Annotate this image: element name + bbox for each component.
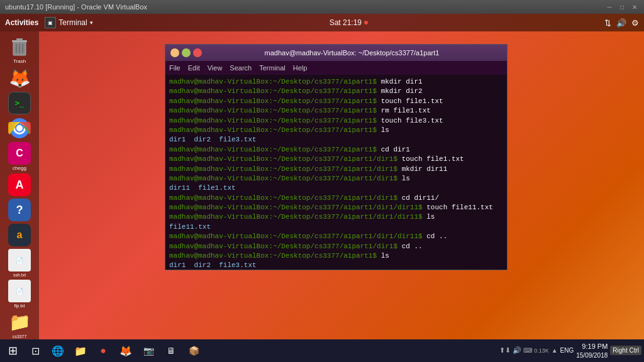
terminal-panel-icon: ▣ [45, 17, 56, 28]
launcher-item-help[interactable]: ? [3, 199, 36, 221]
taskbar-up-arrow[interactable]: ▲ [552, 347, 558, 354]
launcher: Trash 🦊 >_ [0, 31, 39, 352]
term-line-19: madhav@madhav-VirtualBox:~/Desktop/cs337… [169, 251, 503, 261]
vbox-maximize[interactable]: □ [618, 3, 626, 11]
taskbar-cam[interactable]: 📷 [138, 341, 158, 361]
launcher-item-appcenter[interactable]: A [3, 173, 36, 196]
sys-tray: ⬆⬇ 🔊 ⌨ 0.13K [499, 346, 549, 354]
help-icon: ? [8, 199, 31, 221]
ftp-icon: 📄 [8, 280, 31, 302]
firefox-icon: 🦊 [8, 67, 31, 89]
term-line-9: madhav@madhav-VirtualBox:~/Desktop/cs337… [169, 155, 503, 164]
taskbar-pkg[interactable]: 📦 [184, 341, 204, 361]
launcher-item-cs3377[interactable]: 📁 cs3377 [3, 310, 36, 339]
sys-network-label: 0.13K [534, 348, 549, 354]
terminal-panel-label: Terminal [58, 18, 87, 27]
term-line-20-out: dir1 dir2 file3.txt [169, 261, 503, 270]
launcher-item-chegg[interactable]: C chegg [3, 142, 36, 171]
term-line-3: madhav@madhav-VirtualBox:~/Desktop/cs337… [169, 97, 503, 106]
taskbar-date: 15/09/2018 [576, 351, 608, 359]
vbox-close[interactable]: ✕ [630, 3, 639, 11]
term-line-6: madhav@madhav-VirtualBox:~/Desktop/cs337… [169, 126, 503, 135]
menu-help[interactable]: Help [293, 64, 308, 72]
taskbar-monitor[interactable]: 🖥 [161, 341, 181, 361]
taskbar-right: ⬆⬇ 🔊 ⌨ 0.13K ▲ ENG 9:19 PM 15/09/2018 Ri… [499, 342, 644, 359]
launcher-item-trash[interactable]: Trash [3, 35, 36, 64]
term-line-1: madhav@madhav-VirtualBox:~/Desktop/cs337… [169, 77, 503, 87]
menu-terminal[interactable]: Terminal [259, 64, 286, 72]
term-line-15: madhav@madhav-VirtualBox:~/Desktop/cs337… [169, 212, 503, 222]
term-line-12-out: dir11 file1.txt [169, 184, 503, 193]
launcher-item-amazon[interactable]: a [3, 224, 36, 246]
taskbar-red[interactable]: ● [93, 341, 113, 361]
settings-icon[interactable]: ⚙ [631, 18, 639, 28]
menu-view[interactable]: View [208, 64, 223, 72]
taskbar-cortana[interactable]: ⊡ [25, 341, 45, 361]
network-icon[interactable]: ⇅ [604, 18, 611, 28]
term-line-2: madhav@madhav-VirtualBox:~/Desktop/cs337… [169, 87, 503, 96]
clock-dot [364, 21, 368, 25]
keyboard-layout[interactable]: ENG [560, 347, 574, 354]
volume-icon[interactable]: 🔊 [616, 18, 626, 28]
vbox-minimize[interactable]: ─ [605, 3, 614, 11]
terminal-titlebar[interactable]: madhav@madhav-VirtualBox: ~/Desktop/cs33… [165, 45, 507, 61]
menu-file[interactable]: File [169, 64, 180, 72]
svg-rect-2 [16, 38, 23, 41]
terminal-dropdown-arrow[interactable]: ▾ [90, 19, 93, 26]
term-line-11: madhav@madhav-VirtualBox:~/Desktop/cs337… [169, 174, 503, 184]
activities-button[interactable]: Activities [5, 18, 38, 27]
cs3377-label: cs3377 [13, 334, 27, 339]
terminal-body[interactable]: madhav@madhav-VirtualBox:~/Desktop/cs337… [165, 75, 507, 270]
right-ctrl-label: Right Ctrl [610, 346, 641, 355]
menu-edit[interactable]: Edit [188, 64, 200, 72]
launcher-item-ftp[interactable]: 📄 ftp.txt [3, 280, 36, 308]
term-line-14: madhav@madhav-VirtualBox:~/Desktop/cs337… [169, 203, 503, 212]
term-line-13: madhav@madhav-VirtualBox:~/Desktop/cs337… [169, 194, 503, 203]
trash-label: Trash [13, 59, 26, 64]
ftp-label: ftp.txt [14, 304, 25, 308]
chegg-label: chegg [13, 166, 26, 171]
term-line-4: madhav@madhav-VirtualBox:~/Desktop/cs337… [169, 106, 503, 116]
launcher-item-ssh[interactable]: 📄 ssh.txt [3, 249, 36, 277]
taskbar-firefox-task[interactable]: 🦊 [116, 341, 136, 361]
ssh-label: ssh.txt [13, 273, 26, 277]
taskbar-clock[interactable]: 9:19 PM 15/09/2018 [576, 342, 608, 359]
terminal-window: madhav@madhav-VirtualBox: ~/Desktop/cs33… [165, 44, 508, 270]
sys-icon-network[interactable]: ⬆⬇ [499, 346, 511, 354]
terminal-wm-controls[interactable] [170, 48, 202, 57]
term-line-8: madhav@madhav-VirtualBox:~/Desktop/cs337… [169, 145, 503, 155]
terminal-indicator[interactable]: ▣ Terminal ▾ [45, 17, 92, 28]
term-line-10: madhav@madhav-VirtualBox:~/Desktop/cs337… [169, 165, 503, 174]
amazon-icon: a [8, 224, 31, 246]
sys-icon-volume[interactable]: 🔊 [513, 346, 521, 354]
term-line-5: madhav@madhav-VirtualBox:~/Desktop/cs337… [169, 116, 503, 126]
taskbar-ie[interactable]: 🌐 [48, 341, 68, 361]
launcher-item-firefox[interactable]: 🦊 [3, 67, 36, 89]
clock-text: Sat 21:19 [330, 18, 362, 27]
vbox-title: ubuntu17.10 [Running] - Oracle VM Virtua… [5, 3, 147, 11]
panel-clock[interactable]: Sat 21:19 [330, 18, 368, 27]
menu-search[interactable]: Search [230, 64, 252, 72]
chromium-icon [8, 117, 31, 140]
term-line-16-out: file11.txt [169, 222, 503, 232]
launcher-item-chromium[interactable] [3, 117, 36, 140]
launcher-item-terminal[interactable]: >_ [3, 92, 36, 114]
taskbar-start[interactable]: ⊞ [3, 341, 23, 361]
term-line-7-out: dir1 dir2 file3.txt [169, 135, 503, 145]
taskbar-explorer[interactable]: 📁 [70, 341, 91, 361]
taskbar-left: ⊞ ⊡ 🌐 📁 ● 🦊 📷 🖥 📦 [0, 341, 204, 361]
desktop: ubuntu17.10 [Running] - Oracle VM Virtua… [0, 0, 644, 362]
terminal-minimize-btn[interactable] [170, 48, 179, 57]
terminal-close-btn[interactable] [193, 48, 202, 57]
vbox-controls[interactable]: ─ □ ✕ [605, 3, 639, 11]
terminal-launcher-icon: >_ [8, 92, 31, 114]
terminal-maximize-btn[interactable] [182, 48, 191, 57]
ssh-icon: 📄 [8, 249, 31, 272]
ubuntu-top-panel: Activities ▣ Terminal ▾ Sat 21:19 ⇅ 🔊 ⚙ [0, 14, 644, 31]
panel-right: ⇅ 🔊 ⚙ [604, 18, 639, 28]
cs3377-folder-icon: 📁 [8, 310, 31, 333]
sys-icon-keyboard[interactable]: ⌨ [523, 347, 532, 354]
vbox-titlebar: ubuntu17.10 [Running] - Oracle VM Virtua… [0, 0, 644, 14]
term-line-17: madhav@madhav-VirtualBox:~/Desktop/cs337… [169, 232, 503, 241]
term-line-18: madhav@madhav-VirtualBox:~/Desktop/cs337… [169, 242, 503, 251]
